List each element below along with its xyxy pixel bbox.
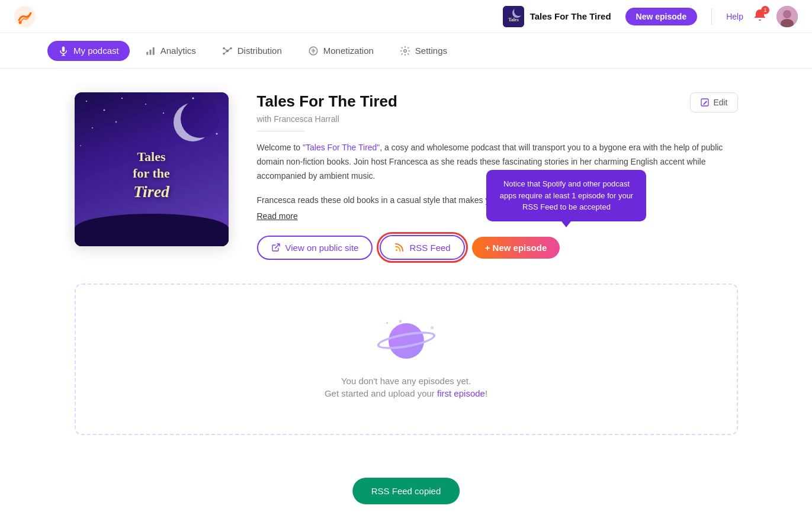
header-help-link[interactable]: Help — [726, 12, 743, 21]
cover-text: Talesfor theTired — [127, 149, 176, 202]
rss-feed-wrapper: RSS Feed Notice that Spotify and other p… — [380, 235, 464, 260]
nav-distribution[interactable]: Distribution — [211, 41, 293, 61]
svg-point-23 — [404, 49, 407, 52]
header-avatar[interactable] — [776, 6, 798, 27]
svg-point-24 — [86, 101, 87, 102]
svg-point-30 — [92, 127, 93, 128]
svg-point-34 — [216, 133, 217, 135]
podcast-info: Edit Tales For The Tired with Francesca … — [257, 92, 738, 260]
nav-my-podcast[interactable]: My podcast — [47, 41, 130, 61]
svg-point-32 — [163, 112, 164, 114]
view-public-site-button[interactable]: View on public site — [257, 236, 373, 260]
new-episode-button[interactable]: + New episode — [472, 237, 560, 259]
planet-illustration — [377, 320, 436, 362]
svg-line-19 — [224, 49, 226, 50]
nav-settings[interactable]: Settings — [389, 41, 458, 61]
svg-rect-13 — [149, 49, 151, 54]
moon-shadow — [181, 99, 219, 138]
header-divider — [711, 8, 712, 25]
header-podcast-thumb: Tales — [503, 6, 524, 27]
header-new-episode-button[interactable]: New episode — [625, 8, 698, 25]
header-podcast-name: Tales For The Tired — [530, 11, 611, 21]
nav-monetization[interactable]: Monetization — [297, 41, 384, 61]
episodes-empty-subtitle: Get started and upload your first episod… — [325, 388, 487, 398]
app-logo — [14, 6, 36, 27]
svg-point-31 — [115, 121, 117, 123]
svg-point-26 — [121, 98, 123, 99]
edit-icon — [700, 98, 710, 107]
microphone-icon — [58, 46, 69, 56]
podcast-cover-art: Talesfor theTired — [75, 92, 229, 246]
cover-hills — [75, 214, 229, 246]
monetization-icon — [308, 46, 319, 56]
podcast-divider — [257, 131, 304, 131]
upload-episode-link[interactable]: first episode — [437, 388, 485, 398]
settings-icon — [400, 46, 410, 56]
header-bell-badge: 1 — [761, 6, 769, 14]
rss-feed-button[interactable]: RSS Feed — [380, 235, 464, 260]
svg-rect-14 — [152, 47, 154, 55]
planet-dot-1 — [399, 320, 402, 323]
podcast-author: with Francesca Harrall — [257, 114, 738, 124]
svg-point-37 — [396, 249, 397, 251]
svg-text:Tales: Tales — [508, 17, 519, 22]
header-bell-button[interactable]: 1 — [753, 8, 767, 25]
analytics-icon — [145, 46, 156, 56]
planet-dot-3 — [386, 322, 388, 324]
nav-analytics[interactable]: Analytics — [134, 41, 207, 61]
episodes-empty-state: You don't have any episodes yet. Get sta… — [75, 284, 738, 435]
app-header: Tales Tales For The Tired New episode He… — [0, 0, 812, 33]
podcast-title: Tales For The Tired — [257, 92, 738, 111]
logo-icon — [14, 6, 36, 27]
edit-button[interactable]: Edit — [690, 92, 737, 112]
main-content: Talesfor theTired Edit Tales For The Tir… — [51, 69, 762, 459]
main-nav: My podcast Analytics Distribution Moneti… — [0, 33, 812, 69]
rss-icon — [394, 242, 405, 253]
svg-point-35 — [80, 145, 81, 146]
external-link-icon — [271, 243, 281, 252]
svg-point-27 — [145, 104, 146, 105]
svg-line-21 — [224, 51, 226, 53]
svg-point-4 — [514, 7, 524, 16]
podcast-actions: View on public site RSS Feed Notice that — [257, 235, 738, 260]
svg-rect-12 — [146, 51, 148, 54]
episodes-empty-title: You don't have any episodes yet. — [341, 376, 471, 386]
svg-point-7 — [783, 10, 791, 18]
planet-dot-2 — [431, 326, 434, 329]
svg-point-28 — [192, 98, 194, 99]
svg-line-20 — [228, 49, 230, 50]
header-podcast-info: Tales Tales For The Tired — [503, 6, 611, 27]
svg-rect-9 — [62, 46, 65, 51]
svg-point-25 — [103, 110, 105, 111]
podcast-detail: Talesfor theTired Edit Tales For The Tir… — [75, 92, 738, 260]
rss-tooltip: Notice that Spotify and other podcast ap… — [486, 170, 646, 221]
distribution-icon — [222, 46, 233, 56]
svg-point-1 — [19, 21, 22, 24]
